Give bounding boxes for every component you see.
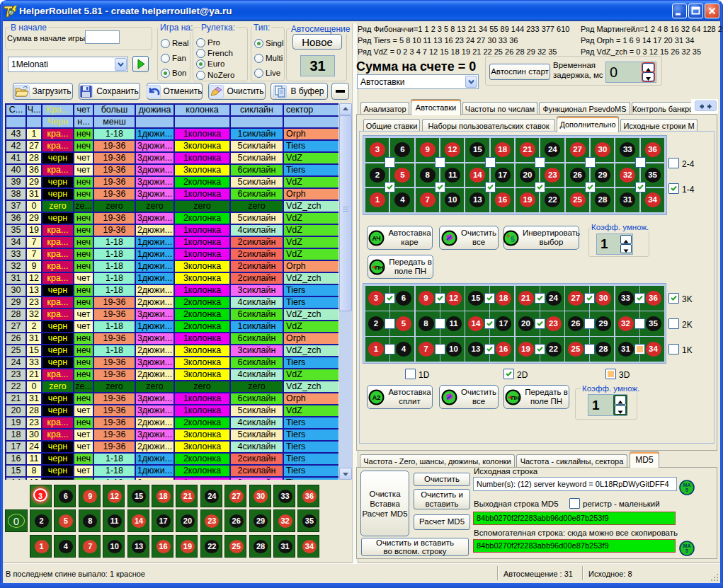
- svg-text:5: 5: [685, 548, 688, 553]
- svg-text:АЧ: АЧ: [372, 235, 381, 242]
- svg-text:А2: А2: [372, 394, 381, 401]
- svg-text:5: 5: [511, 236, 515, 243]
- svg-text:+: +: [506, 233, 510, 240]
- svg-text:ПН: ПН: [511, 395, 520, 401]
- svg-text:5: 5: [685, 488, 688, 492]
- svg-text:ПН: ПН: [375, 265, 384, 271]
- svg-text:MA: MA: [683, 543, 691, 548]
- svg-text:MA: MA: [683, 483, 691, 488]
